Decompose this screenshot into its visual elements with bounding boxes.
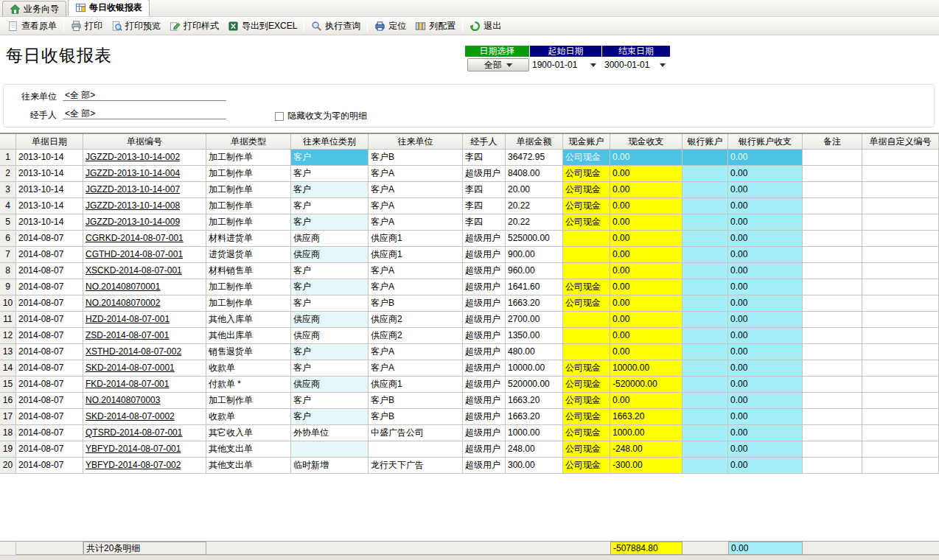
cell-doc-no[interactable]: JGZZD-2013-10-14-007	[83, 182, 206, 198]
cell-bank-flow[interactable]: 0.00	[728, 458, 803, 474]
cell-custom-no[interactable]	[862, 377, 939, 393]
cell-doc-no[interactable]: QTSRD-2014-08-07-001	[83, 425, 206, 441]
cell-amount[interactable]: 1663.20	[506, 393, 563, 409]
cell-amount[interactable]: 525000.00	[506, 231, 563, 247]
cell-row-number[interactable]: 1	[0, 150, 16, 166]
cell-cash-flow[interactable]: 0.00	[610, 182, 683, 198]
cell-row-number[interactable]: 7	[0, 247, 16, 263]
cell-cash-flow[interactable]: 0.00	[610, 263, 683, 279]
cell-partner-category[interactable]	[291, 441, 369, 458]
cell-partner[interactable]: 供应商1	[369, 377, 463, 393]
cell-bank-account[interactable]	[683, 377, 728, 393]
hide-zero-checkbox[interactable]	[275, 112, 284, 121]
cell-cash-flow[interactable]: 0.00	[610, 198, 683, 214]
cell-partner-category[interactable]: 客户	[291, 279, 369, 295]
cell-doc-date[interactable]: 2014-08-07	[16, 360, 83, 377]
cell-cash-account[interactable]: 公司现金	[563, 441, 610, 458]
cell-partner[interactable]: 客户A	[369, 263, 463, 279]
cell-doc-no[interactable]: CGRKD-2014-08-07-001	[83, 231, 206, 247]
toolbar-button-exit[interactable]: 退出	[465, 18, 506, 34]
cell-cash-flow[interactable]: 0.00	[610, 344, 683, 360]
cell-custom-no[interactable]	[862, 312, 939, 328]
cell-amount[interactable]: 2700.00	[506, 312, 563, 328]
cell-handler[interactable]: 超级用户	[463, 409, 506, 425]
cell-cash-flow[interactable]: -520000.00	[610, 377, 683, 393]
cell-bank-flow[interactable]: 0.00	[728, 198, 803, 214]
cell-doc-date[interactable]: 2014-08-07	[16, 247, 83, 263]
cell-remark[interactable]	[803, 441, 862, 458]
cell-doc-date[interactable]: 2014-08-07	[16, 263, 83, 279]
cell-remark[interactable]	[803, 182, 862, 198]
cell-amount[interactable]: 1350.00	[506, 328, 563, 344]
cell-partner-category[interactable]: 外协单位	[291, 425, 369, 441]
cell-bank-account[interactable]	[683, 247, 728, 263]
cell-doc-type[interactable]: 加工制作单	[206, 295, 291, 312]
partner-filter-value[interactable]: <全 部>	[63, 89, 226, 101]
cell-doc-type[interactable]: 加工制作单	[206, 393, 291, 409]
cell-doc-no[interactable]: NO.201408070003	[83, 393, 206, 409]
cell-row-number[interactable]: 18	[0, 425, 16, 441]
cell-doc-type[interactable]: 加工制作单	[206, 198, 291, 214]
cell-row-number[interactable]: 4	[0, 198, 16, 214]
cell-partner-category[interactable]: 客户	[291, 409, 369, 425]
cell-custom-no[interactable]	[862, 409, 939, 425]
cell-row-number[interactable]: 2	[0, 166, 16, 182]
cell-doc-type[interactable]: 加工制作单	[206, 279, 291, 295]
cell-partner[interactable]: 客户B	[369, 295, 463, 312]
cell-doc-date[interactable]: 2014-08-07	[16, 409, 83, 425]
cell-doc-type[interactable]: 加工制作单	[206, 182, 291, 198]
cell-doc-no[interactable]: NO.201408070002	[83, 295, 206, 312]
cell-handler[interactable]: 超级用户	[463, 458, 506, 474]
cell-custom-no[interactable]	[862, 182, 939, 198]
cell-doc-no[interactable]: JGZZD-2013-10-14-004	[83, 166, 206, 182]
toolbar-button-print-preview[interactable]: 打印预览	[107, 18, 165, 34]
cell-bank-flow[interactable]: 0.00	[728, 425, 803, 441]
cell-cash-account[interactable]: 公司现金	[563, 409, 610, 425]
cell-doc-date[interactable]: 2013-10-14	[16, 150, 83, 166]
cell-cash-account[interactable]	[563, 328, 610, 344]
cell-doc-no[interactable]: JGZZD-2013-10-14-009	[83, 214, 206, 231]
date-mode-select[interactable]: 全部	[467, 58, 529, 71]
cell-custom-no[interactable]	[862, 393, 939, 409]
cell-cash-flow[interactable]: 1000.00	[610, 425, 683, 441]
cell-partner[interactable]	[369, 441, 463, 458]
cell-cash-account[interactable]: 公司现金	[563, 295, 610, 312]
toolbar-button-document[interactable]: 查看原单	[3, 18, 61, 34]
cell-bank-account[interactable]	[683, 312, 728, 328]
cell-doc-no[interactable]: XSTHD-2014-08-07-002	[83, 344, 206, 360]
cell-doc-date[interactable]: 2014-08-07	[16, 425, 83, 441]
cell-custom-no[interactable]	[862, 360, 939, 377]
cell-bank-flow[interactable]: 0.00	[728, 182, 803, 198]
cell-handler[interactable]: 李四	[463, 182, 506, 198]
cell-partner-category[interactable]: 供应商	[291, 312, 369, 328]
cell-bank-flow[interactable]: 0.00	[728, 441, 803, 458]
cell-cash-flow[interactable]: 0.00	[610, 312, 683, 328]
cell-doc-date[interactable]: 2014-08-07	[16, 279, 83, 295]
cell-bank-account[interactable]	[683, 279, 728, 295]
cell-cash-account[interactable]	[563, 231, 610, 247]
toolbar-button-search[interactable]: 执行查询	[307, 18, 365, 34]
cell-cash-flow[interactable]: 1663.20	[610, 409, 683, 425]
cell-row-number[interactable]: 16	[0, 393, 16, 409]
cell-cash-account[interactable]: 公司现金	[563, 360, 610, 377]
cell-remark[interactable]	[803, 344, 862, 360]
cell-partner[interactable]: 客户B	[369, 150, 463, 166]
cell-partner-category[interactable]: 客户	[291, 214, 369, 231]
cell-cash-account[interactable]: 公司现金	[563, 393, 610, 409]
cell-row-number[interactable]: 5	[0, 214, 16, 231]
toolbar-button-print-style[interactable]: 打印样式	[165, 18, 223, 34]
cell-bank-account[interactable]	[683, 182, 728, 198]
cell-amount[interactable]: 1663.20	[506, 409, 563, 425]
cell-handler[interactable]: 超级用户	[463, 312, 506, 328]
cell-doc-date[interactable]: 2014-08-07	[16, 441, 83, 458]
cell-handler[interactable]: 超级用户	[463, 393, 506, 409]
cell-amount[interactable]: 20.00	[506, 182, 563, 198]
cell-doc-date[interactable]: 2014-08-07	[16, 295, 83, 312]
cell-doc-type[interactable]: 材料销售单	[206, 263, 291, 279]
end-date-select[interactable]: 3000-01-01	[602, 58, 669, 71]
cell-row-number[interactable]: 15	[0, 377, 16, 393]
cell-doc-date[interactable]: 2014-08-07	[16, 344, 83, 360]
cell-doc-type[interactable]: 付款单 *	[206, 377, 291, 393]
cell-doc-date[interactable]: 2014-08-07	[16, 231, 83, 247]
cell-handler[interactable]: 李四	[463, 198, 506, 214]
